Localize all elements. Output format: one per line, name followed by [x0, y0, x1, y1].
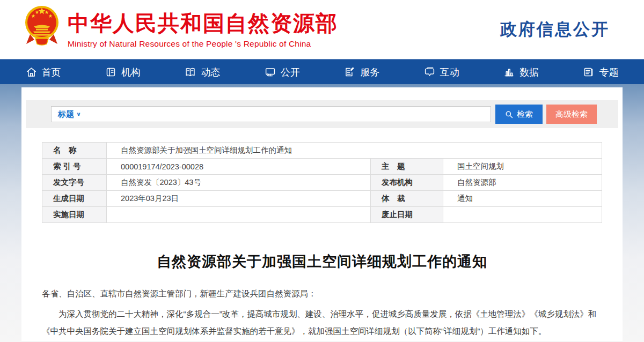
edit-doc-icon — [344, 66, 355, 78]
nav-label: 互动 — [440, 66, 459, 79]
meta-label-genre: 体 裁 — [371, 191, 443, 207]
site-header: 中华人民共和国自然资源部 Ministry of Natural Resourc… — [0, 0, 644, 59]
meta-label-doc-number: 发文字号 — [42, 175, 107, 191]
nav-item-data[interactable]: 数据 — [503, 66, 539, 79]
meta-label-subject: 主 题 — [371, 159, 443, 175]
open-book-icon — [185, 66, 196, 78]
chevron-down-icon: ∨ — [76, 111, 81, 117]
page-background: 标题 ∨ 检索 高级检索 名 称 自然资源部关于加强国土空间详细规划工作的通知 … — [0, 84, 644, 342]
search-field-label: 标题 — [58, 109, 74, 120]
meta-label-index: 索 引 号 — [42, 159, 107, 175]
nav-label: 公开 — [281, 66, 300, 79]
search-button-label: 检索 — [517, 109, 533, 120]
bar-chart-icon — [503, 66, 515, 78]
search-icon — [505, 110, 513, 118]
nav-item-topics[interactable]: 专题 — [583, 66, 618, 79]
meta-label-issuer: 发布机构 — [371, 175, 443, 191]
meta-value-genre: 通知 — [443, 191, 602, 207]
nav-label: 数据 — [519, 66, 539, 79]
search-field-selector[interactable]: 标题 ∨ — [58, 109, 81, 120]
meta-label-issue-date: 生成日期 — [42, 191, 107, 207]
site-subtitle: Ministry of Natural Resources of the Peo… — [68, 39, 338, 49]
nav-item-home[interactable]: 首页 — [26, 66, 61, 79]
search-section: 标题 ∨ 检索 高级检索 — [26, 100, 618, 128]
table-row: 生成日期 2023年03月23日 体 裁 通知 — [42, 191, 602, 207]
doc-meta-table: 名 称 自然资源部关于加强国土空间详细规划工作的通知 索 引 号 0000191… — [42, 142, 602, 223]
national-emblem-icon — [25, 4, 59, 56]
main-nav: 首页 机构 动态 公开 服务 互动 数据 专题 — [0, 59, 644, 84]
chat-bubble-icon — [424, 66, 435, 78]
search-input[interactable] — [85, 107, 484, 122]
nav-item-services[interactable]: 服务 — [344, 66, 379, 79]
doc-paragraph: 各省、自治区、直辖市自然资源主管部门，新疆生产建设兵团自然资源局： — [42, 285, 602, 302]
doc-paragraph: 为深入贯彻党的二十大精神，深化“多规合一”改革，提高城市规划、建设、治理水平，促… — [42, 306, 602, 340]
meta-label-repeal-date: 废止日期 — [371, 207, 443, 223]
meta-value-issue-date: 2023年03月23日 — [107, 191, 371, 207]
meta-value-repeal-date — [443, 207, 602, 223]
advanced-search-button[interactable]: 高级检索 — [546, 105, 597, 124]
nav-item-disclosure[interactable]: 公开 — [265, 66, 300, 79]
doc-title: 自然资源部关于加强国土空间详细规划工作的通知 — [21, 252, 623, 271]
brand-block: 中华人民共和国自然资源部 Ministry of Natural Resourc… — [68, 11, 338, 49]
table-row: 名 称 自然资源部关于加强国土空间详细规划工作的通知 — [42, 143, 602, 159]
meta-value-doc-number: 自然资发〔2023〕43号 — [107, 175, 371, 191]
search-box[interactable]: 标题 ∨ — [51, 106, 491, 122]
meta-value-subject: 国土空间规划 — [443, 159, 602, 175]
meta-label-effective-date: 实施日期 — [42, 207, 107, 223]
meta-value-effective-date — [107, 207, 371, 223]
doc-body: 各省、自治区、直辖市自然资源主管部门，新疆生产建设兵团自然资源局： 为深入贯彻党… — [42, 285, 602, 340]
monitor-icon — [265, 66, 276, 78]
meta-label-name: 名 称 — [42, 143, 107, 159]
nav-item-news[interactable]: 动态 — [185, 66, 220, 79]
meta-value-issuer: 自然资源部 — [443, 175, 602, 191]
content-panel: 标题 ∨ 检索 高级检索 名 称 自然资源部关于加强国土空间详细规划工作的通知 … — [21, 87, 623, 341]
home-icon — [26, 66, 37, 78]
table-row: 发文字号 自然资发〔2023〕43号 发布机构 自然资源部 — [42, 175, 602, 191]
nav-label: 机构 — [121, 66, 141, 79]
site-title: 中华人民共和国自然资源部 — [68, 11, 338, 35]
table-row: 实施日期 废止日期 — [42, 207, 602, 223]
nav-label: 专题 — [599, 66, 618, 79]
journal-icon — [583, 66, 594, 78]
search-button[interactable]: 检索 — [495, 105, 543, 124]
org-icon — [105, 66, 116, 78]
nav-label: 动态 — [201, 66, 220, 79]
meta-value-name: 自然资源部关于加强国土空间详细规划工作的通知 — [107, 143, 602, 159]
table-row: 索 引 号 000019174/2023-00028 主 题 国土空间规划 — [42, 159, 602, 175]
nav-item-org[interactable]: 机构 — [105, 66, 141, 79]
meta-value-index: 000019174/2023-00028 — [107, 159, 371, 175]
nav-label: 首页 — [42, 66, 61, 79]
gov-info-disclosure-title: 政府信息公开 — [500, 18, 610, 41]
nav-item-interaction[interactable]: 互动 — [424, 66, 459, 79]
nav-label: 服务 — [360, 66, 379, 79]
